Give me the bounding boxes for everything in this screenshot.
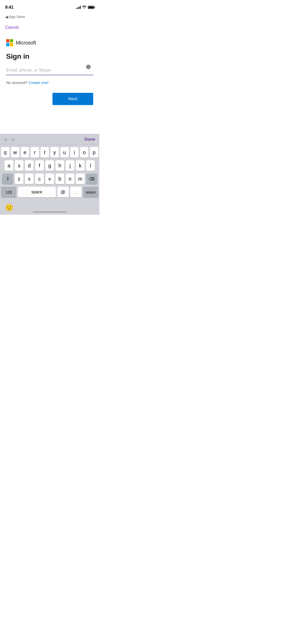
- next-button[interactable]: Next: [52, 93, 93, 105]
- key-m[interactable]: m: [76, 173, 85, 184]
- toolbar-nav: ∧ ∨: [4, 137, 15, 142]
- keyboard-toolbar: ∧ ∨ Done: [0, 134, 99, 145]
- keyboard-area: ∧ ∨ Done q w e r t y u i o p a s d f g h…: [0, 134, 99, 215]
- ms-square-yellow: [10, 43, 13, 46]
- app-store-back[interactable]: ◀ App Store: [5, 14, 25, 19]
- toolbar-done-button[interactable]: Done: [85, 137, 96, 142]
- key-b[interactable]: b: [56, 173, 64, 184]
- cancel-button-area[interactable]: Cancel: [0, 22, 99, 32]
- key-return[interactable]: return: [83, 187, 98, 197]
- signal-icon: [76, 6, 81, 9]
- toolbar-prev-button[interactable]: ∧: [4, 137, 7, 142]
- key-s[interactable]: s: [15, 160, 23, 171]
- key-delete[interactable]: ⌫: [86, 173, 97, 184]
- cancel-link[interactable]: Cancel: [5, 25, 19, 30]
- toolbar-next-button[interactable]: ∨: [11, 137, 15, 142]
- next-button-row: Next: [6, 93, 93, 105]
- key-at[interactable]: @: [57, 187, 69, 197]
- key-y[interactable]: y: [50, 147, 59, 158]
- key-l[interactable]: l: [86, 160, 95, 171]
- key-f[interactable]: f: [35, 160, 44, 171]
- key-c[interactable]: c: [35, 173, 44, 184]
- key-z[interactable]: z: [15, 173, 23, 184]
- key-w[interactable]: w: [11, 147, 19, 158]
- key-row-1: q w e r t y u i o p: [1, 147, 98, 158]
- sign-in-heading: Sign in: [6, 52, 93, 61]
- key-r[interactable]: r: [31, 147, 39, 158]
- wifi-icon: [82, 6, 86, 9]
- status-icons: [76, 6, 94, 9]
- key-row-3: ⇧ z x c v b n m ⌫: [1, 173, 98, 184]
- key-d[interactable]: d: [25, 160, 34, 171]
- cursor-indicator: [86, 65, 91, 69]
- ms-square-green: [10, 39, 13, 42]
- key-t[interactable]: t: [40, 147, 49, 158]
- key-h[interactable]: h: [56, 160, 64, 171]
- key-row-4: 123 space @ . return: [1, 187, 98, 197]
- key-v[interactable]: v: [45, 173, 54, 184]
- bottom-bar: 🙂: [0, 201, 99, 215]
- key-x[interactable]: x: [25, 173, 34, 184]
- key-p[interactable]: p: [90, 147, 98, 158]
- ms-square-red: [6, 39, 9, 42]
- back-chevron-icon: ◀: [5, 14, 8, 19]
- key-i[interactable]: i: [70, 147, 79, 158]
- ms-square-blue: [6, 43, 9, 46]
- app-store-label: App Store: [9, 15, 25, 19]
- status-bar: 9:41: [0, 0, 99, 11]
- email-input-area[interactable]: [6, 67, 93, 75]
- key-o[interactable]: o: [80, 147, 88, 158]
- email-input[interactable]: [6, 67, 93, 75]
- key-row-2: a s d f g h j k l: [1, 160, 98, 171]
- keyboard-body: q w e r t y u i o p a s d f g h j k l ⇧ …: [0, 145, 99, 201]
- key-space[interactable]: space: [18, 187, 56, 197]
- home-indicator: [33, 211, 67, 213]
- key-k[interactable]: k: [76, 160, 85, 171]
- key-e[interactable]: e: [21, 147, 29, 158]
- microsoft-text: Microsoft: [16, 40, 36, 46]
- microsoft-squares-icon: [6, 39, 13, 46]
- key-period[interactable]: .: [70, 187, 82, 197]
- key-shift[interactable]: ⇧: [2, 173, 13, 184]
- key-a[interactable]: a: [5, 160, 13, 171]
- nav-bar: ◀ App Store: [0, 11, 99, 22]
- microsoft-logo: Microsoft: [6, 39, 93, 46]
- key-g[interactable]: g: [45, 160, 54, 171]
- status-time: 9:41: [5, 5, 13, 10]
- create-one-link[interactable]: Create one!: [29, 80, 48, 85]
- key-q[interactable]: q: [1, 147, 9, 158]
- key-123[interactable]: 123: [1, 187, 16, 197]
- key-u[interactable]: u: [60, 147, 69, 158]
- key-j[interactable]: j: [66, 160, 74, 171]
- key-n[interactable]: n: [66, 173, 74, 184]
- no-account-text: No account? Create one!: [6, 80, 93, 85]
- no-account-label: No account?: [6, 80, 28, 85]
- main-content: Microsoft Sign in No account? Create one…: [0, 32, 99, 105]
- emoji-button[interactable]: 🙂: [5, 204, 13, 212]
- battery-icon: [88, 6, 94, 9]
